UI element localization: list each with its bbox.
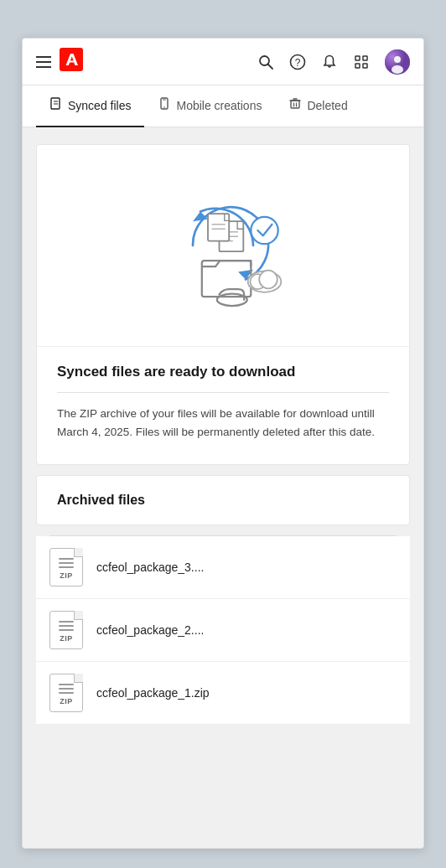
mobile-tab-icon — [158, 97, 171, 114]
bell-icon[interactable] — [321, 54, 338, 70]
main-content: Synced files are ready to download The Z… — [23, 127, 423, 848]
zip-lines-1 — [59, 680, 74, 694]
svg-point-16 — [164, 106, 166, 108]
file-item-3[interactable]: ZIP ccfeol_package_3.... — [36, 536, 410, 599]
tab-mobile-label: Mobile creations — [176, 99, 262, 112]
header: ? — [23, 39, 423, 85]
info-divider — [57, 392, 389, 393]
svg-point-36 — [259, 271, 277, 289]
tab-deleted[interactable]: Deleted — [275, 85, 360, 127]
zip-icon-2: ZIP — [49, 611, 83, 649]
svg-point-33 — [251, 217, 277, 244]
zip-label-1: ZIP — [60, 697, 73, 705]
svg-rect-18 — [291, 101, 299, 108]
help-icon[interactable]: ? — [289, 54, 306, 70]
file-name-1: ccfeol_package_1.zip — [96, 686, 210, 700]
menu-icon[interactable] — [36, 56, 51, 68]
archived-card: Archived files — [36, 475, 410, 525]
file-item-1[interactable]: ZIP ccfeol_package_1.zip — [36, 662, 410, 725]
svg-rect-8 — [363, 64, 367, 68]
tab-mobile-creations[interactable]: Mobile creations — [144, 85, 275, 127]
svg-rect-30 — [208, 214, 229, 240]
adobe-logo — [60, 48, 83, 76]
svg-rect-0 — [60, 48, 83, 71]
svg-rect-6 — [363, 56, 367, 60]
app-window: ? — [22, 38, 424, 849]
tab-bar: Synced files Mobile creations — [23, 85, 423, 127]
sync-info-area: Synced files are ready to download The Z… — [37, 346, 409, 464]
file-list: ZIP ccfeol_package_3.... ZIP ccfeol_pack… — [36, 536, 410, 725]
svg-rect-5 — [355, 56, 360, 60]
svg-rect-7 — [355, 64, 360, 68]
zip-icon-3: ZIP — [49, 548, 83, 586]
zip-icon-1: ZIP — [49, 674, 83, 712]
grid-icon[interactable] — [353, 54, 370, 70]
svg-line-2 — [268, 64, 273, 69]
tab-synced-label: Synced files — [68, 99, 131, 112]
synced-tab-icon — [49, 97, 63, 114]
zip-lines — [59, 555, 74, 568]
svg-point-10 — [394, 56, 401, 63]
zip-label-3: ZIP — [60, 571, 73, 580]
tab-synced-files[interactable]: Synced files — [36, 85, 144, 127]
svg-rect-17 — [163, 100, 166, 101]
zip-label-2: ZIP — [60, 634, 73, 643]
zip-lines-2 — [59, 617, 74, 631]
illustration-area — [37, 145, 409, 346]
svg-point-37 — [217, 294, 247, 306]
svg-point-11 — [392, 65, 403, 74]
archived-title: Archived files — [57, 493, 389, 508]
header-icons: ? — [257, 49, 410, 75]
sync-title: Synced files are ready to download — [57, 364, 389, 380]
sync-card: Synced files are ready to download The Z… — [36, 144, 410, 465]
file-item-2[interactable]: ZIP ccfeol_package_2.... — [36, 599, 410, 662]
header-left — [36, 48, 257, 76]
file-name-2: ccfeol_package_2.... — [96, 623, 204, 637]
deleted-tab-icon — [288, 97, 302, 114]
search-icon[interactable] — [257, 54, 274, 70]
svg-text:?: ? — [295, 57, 301, 69]
sync-description: The ZIP archive of your files will be av… — [57, 405, 389, 441]
file-name-3: ccfeol_package_3.... — [96, 561, 204, 574]
sync-illustration — [148, 170, 298, 321]
tab-deleted-label: Deleted — [307, 99, 347, 112]
avatar[interactable] — [385, 49, 410, 75]
